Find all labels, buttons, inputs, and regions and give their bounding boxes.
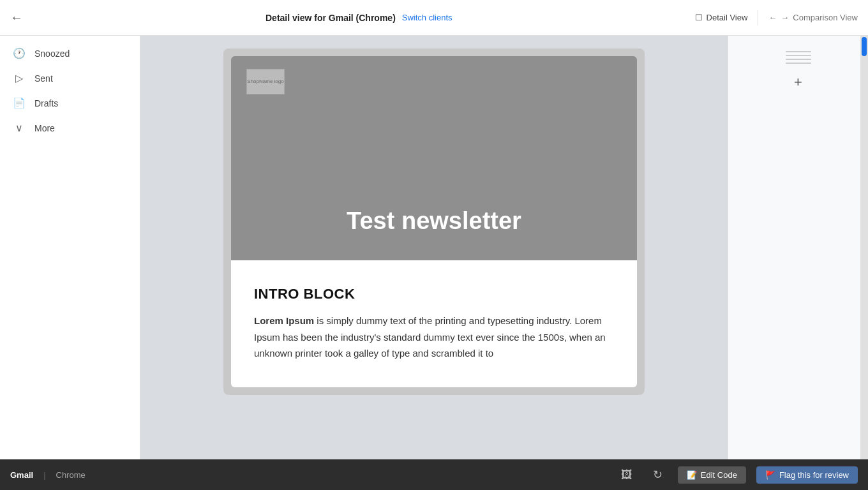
comparison-view-label: Comparison View xyxy=(793,13,858,22)
right-panel-line xyxy=(786,59,811,60)
header-bar: ← Detail view for Gmail (Chrome) Switch … xyxy=(0,0,868,36)
sent-icon: ▷ xyxy=(13,72,26,84)
sidebar-label-more: More xyxy=(34,123,55,133)
edit-code-button[interactable]: 📝 Edit Code xyxy=(678,466,746,484)
back-button[interactable]: ← xyxy=(10,10,23,25)
scroll-thumb xyxy=(862,37,867,56)
header-right: ☐ Detail View ← → Comparison View xyxy=(695,10,858,26)
sidebar-item-sent[interactable]: ▷ Sent xyxy=(0,66,132,91)
flag-icon: 🚩 xyxy=(765,470,775,480)
next-nav-icon: → xyxy=(781,13,789,22)
edit-code-icon: 📝 xyxy=(687,470,697,480)
intro-text-bold: Lorem Ipsum xyxy=(254,315,314,326)
image-icon-button[interactable]: 🖼 xyxy=(616,466,638,484)
switch-clients-button[interactable]: Switch clients xyxy=(402,13,453,22)
sidebar-label-snoozed: Snoozed xyxy=(34,48,70,59)
drafts-icon: 📄 xyxy=(13,97,26,109)
refresh-icon-button[interactable]: ↻ xyxy=(648,465,668,484)
right-panel-line xyxy=(786,51,811,52)
header-center: Detail view for Gmail (Chrome) Switch cl… xyxy=(266,13,453,23)
sidebar-item-snoozed[interactable]: 🕐 Snoozed xyxy=(0,41,132,66)
bottom-divider: | xyxy=(43,470,45,480)
email-outer: ShopName logo Test newsletter INTRO BLOC… xyxy=(223,48,645,395)
sidebar-label-drafts: Drafts xyxy=(34,98,58,108)
sidebar: 🕐 Snoozed ▷ Sent 📄 Drafts ∨ More xyxy=(0,36,140,459)
detail-view-button[interactable]: ☐ Detail View xyxy=(695,13,748,22)
header-divider xyxy=(758,10,758,26)
content-area: ShopName logo Test newsletter INTRO BLOC… xyxy=(140,36,868,459)
shop-logo: ShopName logo xyxy=(246,69,285,94)
shop-logo-text: ShopName logo xyxy=(247,78,283,85)
bottom-client-label: Gmail xyxy=(10,470,33,480)
email-body-block: INTRO BLOCK Lorem Ipsum is simply dummy … xyxy=(231,260,637,387)
intro-text: Lorem Ipsum is simply dummy text of the … xyxy=(254,313,614,362)
header-left: ← xyxy=(10,10,23,25)
flag-review-button[interactable]: 🚩 Flag this for review xyxy=(756,466,858,484)
right-panel-lines xyxy=(786,51,811,64)
header-title: Detail view for Gmail (Chrome) xyxy=(266,13,396,23)
monitor-icon: ☐ xyxy=(695,13,703,22)
right-panel: + xyxy=(728,36,868,459)
sidebar-item-drafts[interactable]: 📄 Drafts xyxy=(0,91,132,115)
email-panel[interactable]: ShopName logo Test newsletter INTRO BLOC… xyxy=(140,36,728,459)
bottom-client-type: Chrome xyxy=(56,470,86,480)
sidebar-label-sent: Sent xyxy=(34,73,53,84)
prev-nav-icon: ← xyxy=(768,13,777,22)
main-layout: 🕐 Snoozed ▷ Sent 📄 Drafts ∨ More ShopNam… xyxy=(0,36,868,459)
right-panel-scrollbar[interactable] xyxy=(860,36,868,459)
email-hero-title: Test newsletter xyxy=(231,207,637,235)
more-chevron-icon: ∨ xyxy=(13,122,26,134)
sidebar-item-more[interactable]: ∨ More xyxy=(0,115,132,140)
comparison-view-button[interactable]: ← → Comparison View xyxy=(768,13,858,22)
email-header-block: ShopName logo Test newsletter xyxy=(231,56,637,260)
detail-view-label: Detail View xyxy=(707,13,748,22)
add-button[interactable]: + xyxy=(794,74,802,91)
flag-review-label: Flag this for review xyxy=(779,470,849,480)
right-panel-line xyxy=(786,63,811,64)
bottom-bar: Gmail | Chrome 🖼 ↻ 📝 Edit Code 🚩 Flag th… xyxy=(0,459,868,490)
edit-code-label: Edit Code xyxy=(701,470,737,480)
snoozed-icon: 🕐 xyxy=(13,47,26,59)
intro-block-title: INTRO BLOCK xyxy=(254,286,614,302)
right-panel-line xyxy=(786,55,811,56)
